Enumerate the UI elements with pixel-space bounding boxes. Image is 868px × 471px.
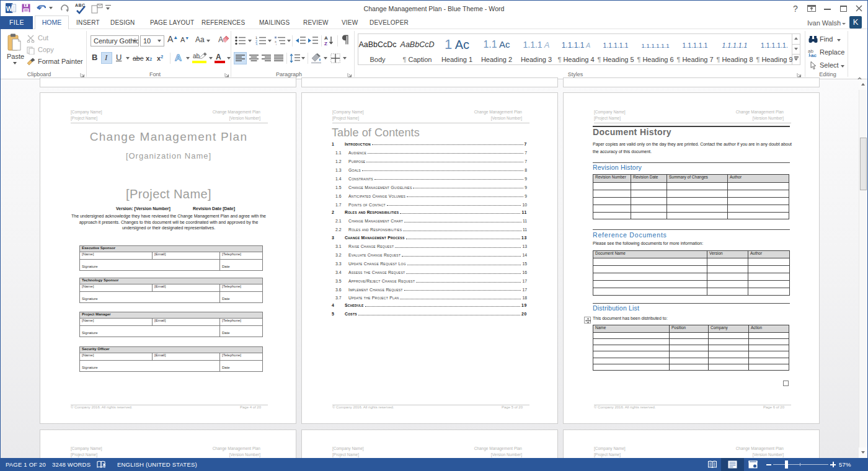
svg-text:i: i [276,43,277,46]
svg-text:A: A [175,52,182,63]
svg-text:ac: ac [811,53,817,57]
svg-text:Z: Z [324,41,327,46]
svg-text:3: 3 [255,43,257,46]
svg-text:A: A [324,35,328,41]
svg-text:A: A [218,35,223,44]
